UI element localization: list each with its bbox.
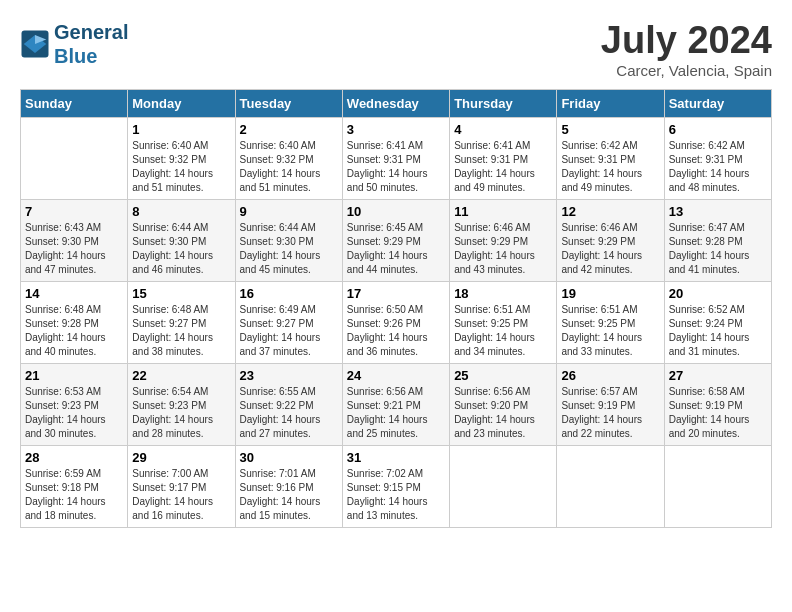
calendar-cell: 22Sunrise: 6:54 AM Sunset: 9:23 PM Dayli… bbox=[128, 363, 235, 445]
calendar-cell: 16Sunrise: 6:49 AM Sunset: 9:27 PM Dayli… bbox=[235, 281, 342, 363]
week-row-2: 7Sunrise: 6:43 AM Sunset: 9:30 PM Daylig… bbox=[21, 199, 772, 281]
day-number: 25 bbox=[454, 368, 552, 383]
calendar-cell: 17Sunrise: 6:50 AM Sunset: 9:26 PM Dayli… bbox=[342, 281, 449, 363]
day-info: Sunrise: 7:01 AM Sunset: 9:16 PM Dayligh… bbox=[240, 467, 338, 523]
calendar-cell: 25Sunrise: 6:56 AM Sunset: 9:20 PM Dayli… bbox=[450, 363, 557, 445]
column-header-monday: Monday bbox=[128, 89, 235, 117]
day-info: Sunrise: 6:40 AM Sunset: 9:32 PM Dayligh… bbox=[240, 139, 338, 195]
calendar-cell: 13Sunrise: 6:47 AM Sunset: 9:28 PM Dayli… bbox=[664, 199, 771, 281]
calendar-cell: 5Sunrise: 6:42 AM Sunset: 9:31 PM Daylig… bbox=[557, 117, 664, 199]
day-info: Sunrise: 6:51 AM Sunset: 9:25 PM Dayligh… bbox=[561, 303, 659, 359]
page-header: General Blue July 2024 Carcer, Valencia,… bbox=[20, 20, 772, 79]
calendar-cell bbox=[664, 445, 771, 527]
week-row-5: 28Sunrise: 6:59 AM Sunset: 9:18 PM Dayli… bbox=[21, 445, 772, 527]
day-number: 9 bbox=[240, 204, 338, 219]
day-info: Sunrise: 6:56 AM Sunset: 9:20 PM Dayligh… bbox=[454, 385, 552, 441]
day-number: 5 bbox=[561, 122, 659, 137]
day-number: 10 bbox=[347, 204, 445, 219]
day-number: 22 bbox=[132, 368, 230, 383]
calendar-cell: 2Sunrise: 6:40 AM Sunset: 9:32 PM Daylig… bbox=[235, 117, 342, 199]
day-info: Sunrise: 6:49 AM Sunset: 9:27 PM Dayligh… bbox=[240, 303, 338, 359]
calendar-cell: 28Sunrise: 6:59 AM Sunset: 9:18 PM Dayli… bbox=[21, 445, 128, 527]
day-info: Sunrise: 6:40 AM Sunset: 9:32 PM Dayligh… bbox=[132, 139, 230, 195]
day-number: 4 bbox=[454, 122, 552, 137]
column-header-friday: Friday bbox=[557, 89, 664, 117]
calendar-cell bbox=[21, 117, 128, 199]
day-number: 16 bbox=[240, 286, 338, 301]
week-row-4: 21Sunrise: 6:53 AM Sunset: 9:23 PM Dayli… bbox=[21, 363, 772, 445]
day-number: 20 bbox=[669, 286, 767, 301]
day-number: 3 bbox=[347, 122, 445, 137]
calendar-table: SundayMondayTuesdayWednesdayThursdayFrid… bbox=[20, 89, 772, 528]
day-number: 19 bbox=[561, 286, 659, 301]
calendar-cell: 20Sunrise: 6:52 AM Sunset: 9:24 PM Dayli… bbox=[664, 281, 771, 363]
logo: General Blue bbox=[20, 20, 128, 68]
day-info: Sunrise: 7:00 AM Sunset: 9:17 PM Dayligh… bbox=[132, 467, 230, 523]
day-number: 24 bbox=[347, 368, 445, 383]
calendar-cell: 26Sunrise: 6:57 AM Sunset: 9:19 PM Dayli… bbox=[557, 363, 664, 445]
day-info: Sunrise: 6:55 AM Sunset: 9:22 PM Dayligh… bbox=[240, 385, 338, 441]
day-number: 18 bbox=[454, 286, 552, 301]
calendar-cell bbox=[557, 445, 664, 527]
day-info: Sunrise: 6:48 AM Sunset: 9:28 PM Dayligh… bbox=[25, 303, 123, 359]
logo-line2: Blue bbox=[54, 45, 97, 67]
calendar-cell: 27Sunrise: 6:58 AM Sunset: 9:19 PM Dayli… bbox=[664, 363, 771, 445]
week-row-1: 1Sunrise: 6:40 AM Sunset: 9:32 PM Daylig… bbox=[21, 117, 772, 199]
calendar-cell: 3Sunrise: 6:41 AM Sunset: 9:31 PM Daylig… bbox=[342, 117, 449, 199]
day-info: Sunrise: 6:42 AM Sunset: 9:31 PM Dayligh… bbox=[561, 139, 659, 195]
month-title: July 2024 bbox=[601, 20, 772, 62]
calendar-cell: 24Sunrise: 6:56 AM Sunset: 9:21 PM Dayli… bbox=[342, 363, 449, 445]
day-info: Sunrise: 6:48 AM Sunset: 9:27 PM Dayligh… bbox=[132, 303, 230, 359]
day-info: Sunrise: 6:56 AM Sunset: 9:21 PM Dayligh… bbox=[347, 385, 445, 441]
day-number: 17 bbox=[347, 286, 445, 301]
day-number: 12 bbox=[561, 204, 659, 219]
calendar-cell: 7Sunrise: 6:43 AM Sunset: 9:30 PM Daylig… bbox=[21, 199, 128, 281]
day-info: Sunrise: 6:51 AM Sunset: 9:25 PM Dayligh… bbox=[454, 303, 552, 359]
day-info: Sunrise: 6:52 AM Sunset: 9:24 PM Dayligh… bbox=[669, 303, 767, 359]
day-info: Sunrise: 6:47 AM Sunset: 9:28 PM Dayligh… bbox=[669, 221, 767, 277]
header-row: SundayMondayTuesdayWednesdayThursdayFrid… bbox=[21, 89, 772, 117]
logo-text: General Blue bbox=[54, 20, 128, 68]
day-info: Sunrise: 6:46 AM Sunset: 9:29 PM Dayligh… bbox=[561, 221, 659, 277]
day-info: Sunrise: 6:46 AM Sunset: 9:29 PM Dayligh… bbox=[454, 221, 552, 277]
day-number: 1 bbox=[132, 122, 230, 137]
day-number: 30 bbox=[240, 450, 338, 465]
day-number: 31 bbox=[347, 450, 445, 465]
day-info: Sunrise: 6:45 AM Sunset: 9:29 PM Dayligh… bbox=[347, 221, 445, 277]
day-info: Sunrise: 6:41 AM Sunset: 9:31 PM Dayligh… bbox=[454, 139, 552, 195]
day-number: 6 bbox=[669, 122, 767, 137]
column-header-wednesday: Wednesday bbox=[342, 89, 449, 117]
calendar-cell: 8Sunrise: 6:44 AM Sunset: 9:30 PM Daylig… bbox=[128, 199, 235, 281]
calendar-cell: 11Sunrise: 6:46 AM Sunset: 9:29 PM Dayli… bbox=[450, 199, 557, 281]
column-header-saturday: Saturday bbox=[664, 89, 771, 117]
day-info: Sunrise: 6:43 AM Sunset: 9:30 PM Dayligh… bbox=[25, 221, 123, 277]
day-info: Sunrise: 6:41 AM Sunset: 9:31 PM Dayligh… bbox=[347, 139, 445, 195]
location: Carcer, Valencia, Spain bbox=[601, 62, 772, 79]
day-number: 11 bbox=[454, 204, 552, 219]
calendar-cell: 4Sunrise: 6:41 AM Sunset: 9:31 PM Daylig… bbox=[450, 117, 557, 199]
calendar-cell: 30Sunrise: 7:01 AM Sunset: 9:16 PM Dayli… bbox=[235, 445, 342, 527]
day-number: 15 bbox=[132, 286, 230, 301]
title-block: July 2024 Carcer, Valencia, Spain bbox=[601, 20, 772, 79]
day-number: 27 bbox=[669, 368, 767, 383]
day-number: 28 bbox=[25, 450, 123, 465]
calendar-cell: 23Sunrise: 6:55 AM Sunset: 9:22 PM Dayli… bbox=[235, 363, 342, 445]
day-number: 29 bbox=[132, 450, 230, 465]
column-header-thursday: Thursday bbox=[450, 89, 557, 117]
calendar-cell: 12Sunrise: 6:46 AM Sunset: 9:29 PM Dayli… bbox=[557, 199, 664, 281]
calendar-cell: 18Sunrise: 6:51 AM Sunset: 9:25 PM Dayli… bbox=[450, 281, 557, 363]
day-number: 14 bbox=[25, 286, 123, 301]
day-number: 8 bbox=[132, 204, 230, 219]
day-info: Sunrise: 6:57 AM Sunset: 9:19 PM Dayligh… bbox=[561, 385, 659, 441]
logo-icon bbox=[20, 29, 50, 59]
day-info: Sunrise: 7:02 AM Sunset: 9:15 PM Dayligh… bbox=[347, 467, 445, 523]
day-number: 2 bbox=[240, 122, 338, 137]
day-info: Sunrise: 6:59 AM Sunset: 9:18 PM Dayligh… bbox=[25, 467, 123, 523]
week-row-3: 14Sunrise: 6:48 AM Sunset: 9:28 PM Dayli… bbox=[21, 281, 772, 363]
calendar-cell: 14Sunrise: 6:48 AM Sunset: 9:28 PM Dayli… bbox=[21, 281, 128, 363]
calendar-cell: 1Sunrise: 6:40 AM Sunset: 9:32 PM Daylig… bbox=[128, 117, 235, 199]
day-info: Sunrise: 6:44 AM Sunset: 9:30 PM Dayligh… bbox=[132, 221, 230, 277]
day-number: 23 bbox=[240, 368, 338, 383]
day-info: Sunrise: 6:53 AM Sunset: 9:23 PM Dayligh… bbox=[25, 385, 123, 441]
calendar-cell: 21Sunrise: 6:53 AM Sunset: 9:23 PM Dayli… bbox=[21, 363, 128, 445]
